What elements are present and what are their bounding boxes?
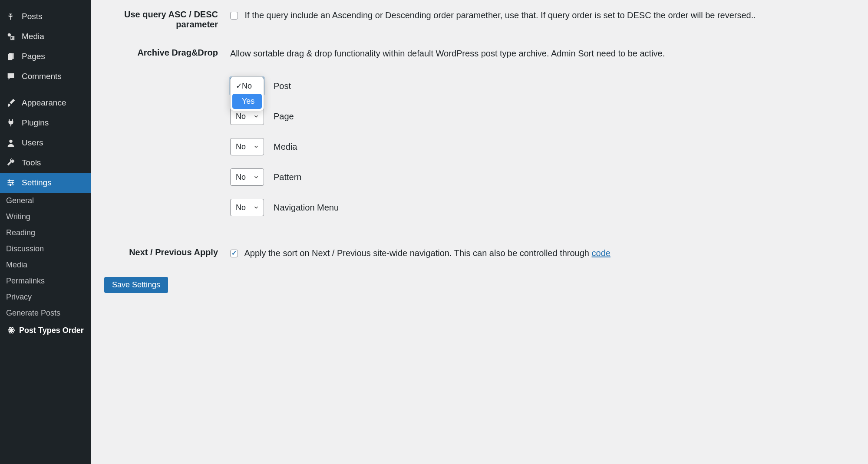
menu-settings[interactable]: Settings	[0, 173, 91, 193]
select-archive-nav-menu-value: No	[236, 202, 246, 214]
subitem-discussion[interactable]: Discussion	[0, 241, 91, 257]
subitem-generate-posts[interactable]: Generate Posts	[0, 305, 91, 321]
label-nextprev: Next / Previous Apply	[104, 247, 230, 260]
select-archive-media[interactable]: No	[230, 138, 264, 155]
subitem-media[interactable]: Media	[0, 257, 91, 273]
desc-query-param: If the query include an Ascending or Des…	[245, 10, 756, 20]
brush-icon	[5, 97, 17, 109]
menu-appearance[interactable]: Appearance	[0, 93, 91, 113]
svg-rect-1	[10, 53, 14, 59]
chevron-down-icon	[253, 144, 259, 150]
desc-archive-dd: Allow sortable drag & drop functionality…	[230, 47, 855, 60]
subitem-privacy[interactable]: Privacy	[0, 289, 91, 305]
archive-nav-menu-label: Navigation Menu	[274, 201, 339, 214]
dropdown-option-yes[interactable]: Yes	[232, 94, 262, 109]
checkbox-query-param[interactable]	[230, 12, 238, 20]
subitem-post-types-order-label: Post Types Order	[19, 326, 84, 335]
chevron-down-icon	[253, 174, 259, 180]
svg-rect-4	[8, 182, 14, 183]
archive-media-label: Media	[274, 140, 297, 153]
desc-nextprev: Apply the sort on Next / Previous site-w…	[244, 248, 591, 258]
menu-plugins[interactable]: Plugins	[0, 113, 91, 133]
svg-point-0	[8, 33, 11, 36]
chevron-down-icon	[253, 204, 259, 211]
archive-page-label: Page	[274, 110, 294, 123]
pages-icon	[5, 51, 17, 62]
subitem-general[interactable]: General	[0, 193, 91, 209]
menu-tools[interactable]: Tools	[0, 153, 91, 173]
wrench-icon	[5, 157, 17, 168]
plug-icon	[5, 117, 17, 128]
atom-icon	[6, 325, 17, 336]
subitem-writing[interactable]: Writing	[0, 209, 91, 225]
comments-icon	[5, 71, 17, 82]
menu-appearance-label: Appearance	[22, 98, 66, 108]
media-icon	[5, 31, 17, 42]
dropdown-option-no[interactable]: ✓No	[232, 79, 262, 94]
link-code[interactable]: code	[592, 248, 611, 258]
subitem-reading[interactable]: Reading	[0, 225, 91, 241]
menu-posts-label: Posts	[22, 12, 43, 21]
label-query-param: Use query ASC / DESC parameter	[104, 9, 230, 30]
subitem-post-types-order[interactable]: Post Types Order	[0, 321, 91, 339]
settings-content: Use query ASC / DESC parameter If the qu…	[91, 0, 868, 464]
select-archive-pattern-value: No	[236, 171, 246, 183]
svg-rect-3	[8, 180, 14, 181]
select-archive-post-dropdown: ✓No Yes	[230, 76, 264, 111]
svg-point-2	[9, 140, 12, 143]
menu-users[interactable]: Users	[0, 133, 91, 153]
menu-plugins-label: Plugins	[22, 118, 49, 128]
svg-point-9	[10, 329, 12, 331]
menu-pages-label: Pages	[22, 52, 45, 61]
menu-comments[interactable]: Comments	[0, 66, 91, 86]
settings-submenu: General Writing Reading Discussion Media…	[0, 193, 91, 339]
menu-tools-label: Tools	[22, 158, 41, 168]
menu-posts[interactable]: Posts	[0, 7, 91, 26]
menu-media-label: Media	[22, 32, 44, 41]
menu-users-label: Users	[22, 138, 43, 148]
svg-rect-6	[9, 180, 10, 182]
chevron-down-icon	[253, 113, 259, 119]
menu-settings-label: Settings	[22, 178, 52, 188]
archive-post-label: Post	[274, 79, 291, 92]
svg-rect-8	[10, 184, 11, 186]
menu-media[interactable]: Media	[0, 26, 91, 46]
menu-pages[interactable]: Pages	[0, 46, 91, 66]
menu-comments-label: Comments	[22, 72, 62, 81]
select-archive-pattern[interactable]: No	[230, 168, 264, 186]
archive-pattern-label: Pattern	[274, 171, 301, 184]
subitem-permalinks[interactable]: Permalinks	[0, 273, 91, 289]
sliders-icon	[5, 177, 17, 188]
select-archive-nav-menu[interactable]: No	[230, 199, 264, 216]
svg-rect-7	[12, 182, 13, 184]
admin-sidebar: Posts Media Pages Comments Appearance Pl…	[0, 0, 91, 464]
select-archive-media-value: No	[236, 141, 246, 153]
user-icon	[5, 137, 17, 148]
select-archive-page-value: No	[236, 111, 246, 122]
pin-icon	[5, 11, 17, 22]
checkbox-nextprev[interactable]	[230, 250, 238, 257]
save-settings-button[interactable]: Save Settings	[104, 277, 168, 293]
label-archive-dd: Archive Drag&Drop	[104, 47, 230, 229]
